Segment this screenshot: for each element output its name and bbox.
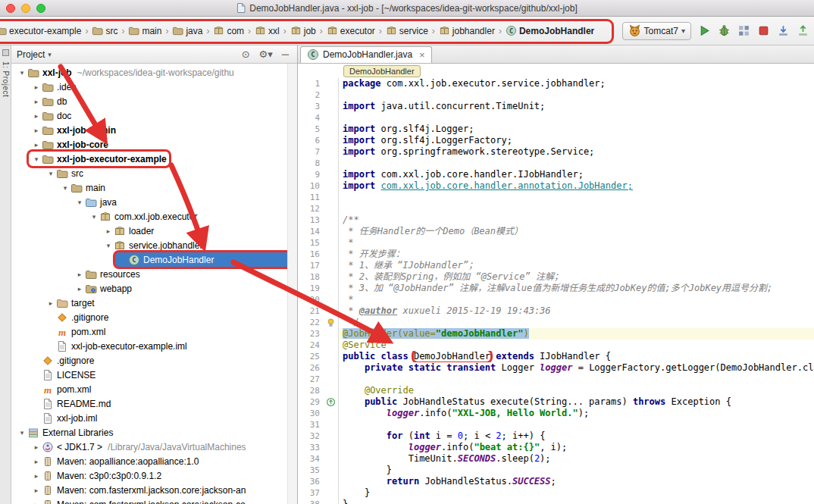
tree-item-maven-aopalliance-aopalliance-1.0[interactable]: ▸Maven: aopalliance:aopalliance:1.0 [11,454,297,468]
code-text[interactable]: @JobHander(value="demoJobHandler") [338,328,814,340]
breadcrumb-item-src[interactable]: src [91,23,118,38]
code-text[interactable]: * 1、继承 “IJobHandler”； [338,260,814,271]
tree-item-loader[interactable]: ▸loader [11,224,297,238]
collapse-arrow-icon[interactable]: ▾ [74,199,85,206]
tree-item-xxl-job.iml[interactable]: xxl-job.iml [11,411,297,425]
expand-arrow-icon[interactable]: ▸ [31,112,42,120]
code-text[interactable]: * 开发步骤： [338,249,814,260]
coverage-button[interactable] [737,24,750,37]
code-text[interactable]: } [338,499,814,504]
tree-item-main[interactable]: ▾main [11,180,297,195]
breadcrumb-item-com[interactable]: com [212,23,245,38]
code-text[interactable]: @Override [338,385,814,396]
collapse-arrow-icon[interactable]: ▾ [17,69,27,77]
expand-arrow-icon[interactable]: ▸ [31,443,42,451]
run-button[interactable] [698,24,711,37]
close-tab-icon[interactable]: × [419,50,425,60]
code-text[interactable]: logger.info("beat at:{}", i); [338,442,814,453]
tree-item-xxl-job-executor-example[interactable]: ▾xxl-job-executor-example [11,152,297,166]
expand-arrow-icon[interactable]: ▸ [45,299,56,307]
code-text[interactable]: TimeUnit.SECONDS.sleep(2); [338,453,814,465]
tree-item-demojobhandler[interactable]: CDemoJobHandler [11,252,297,267]
code-text[interactable]: import org.slf4j.Logger; [338,124,814,135]
tree-item-pom.xml[interactable]: mpom.xml [11,324,297,339]
breadcrumb-item-demojobhandler[interactable]: CDemoJobHandler [505,23,595,38]
collapse-arrow-icon[interactable]: ▾ [103,242,114,249]
code-text[interactable]: return JobHandleStatus.SUCCESS; [338,476,814,487]
collapse-arrow-icon[interactable]: ▾ [89,213,99,221]
code-text[interactable]: private static transient Logger logger =… [338,362,814,374]
code-text[interactable]: import java.util.concurrent.TimeUnit; [338,101,814,112]
breadcrumb-item-executor[interactable]: executor [326,23,376,38]
tree-item-service.jobhandler[interactable]: ▾service.jobhandler [11,238,297,252]
tree-item-license[interactable]: LICENSE [11,368,297,382]
tree-item-maven-com.fasterxml.jackson.core-jackson-an[interactable]: ▸Maven: com.fasterxml.jackson.core:jacks… [11,483,297,497]
vcs-commit-button[interactable] [797,24,809,37]
tree-item-xxl-job-executor-example.iml[interactable]: xxl-job-executor-example.iml [11,339,297,353]
zoom-window-button[interactable] [36,4,45,13]
code-text[interactable] [338,112,814,124]
tree-item-xxl-job-admin[interactable]: ▸xxl-job-admin [11,123,297,137]
code-text[interactable]: */ [338,317,814,328]
code-text[interactable] [338,374,814,385]
breadcrumb-item-job[interactable]: job [290,23,317,38]
expand-arrow-icon[interactable]: ▸ [31,458,42,465]
breadcrumb-item-java[interactable]: java [171,23,203,38]
tree-item-xxl-job[interactable]: ▾xxl-job~/workspaces/idea-git-workspace/… [11,65,297,80]
tree-item-.gitignore[interactable]: .gitignore [11,310,297,324]
debug-button[interactable] [718,24,731,37]
tree-item-com.xxl.job.executor[interactable]: ▾com.xxl.job.executor [11,209,297,224]
code-text[interactable]: } [338,487,814,499]
code-text[interactable] [338,419,814,430]
tree-item-readme.md[interactable]: README.md [11,396,297,411]
code-text[interactable]: import com.xxl.job.core.handler.IJobHand… [338,169,814,180]
code-text[interactable]: package com.xxl.job.executor.service.job… [338,78,814,89]
expand-arrow-icon[interactable]: ▸ [74,285,85,293]
breadcrumb-item-xxl[interactable]: xxl [254,23,280,38]
tree-item-target[interactable]: ▸target [11,296,297,310]
tree-item-resources[interactable]: ▸resources [11,267,297,281]
tree-item-jdk1.7[interactable]: ▸< JDK1.7 >/Library/Java/JavaVirtualMach… [11,440,297,454]
code-text[interactable]: * 3、加 “@JobHander” 注解，注解value值为新增任务生成的Jo… [338,283,814,294]
code-editor[interactable]: 1package com.xxl.job.executor.service.jo… [298,78,814,504]
expand-arrow-icon[interactable]: ▸ [103,227,114,235]
code-text[interactable]: public JobHandleStatus execute(String...… [338,396,814,408]
code-text[interactable]: import org.slf4j.LoggerFactory; [338,135,814,146]
tree-item-maven-com.fasterxml.jackson.core-jackson-co[interactable]: ▸Maven: com.fasterxml.jackson.core:jacks… [11,497,297,504]
expand-arrow-icon[interactable]: ▸ [31,487,42,494]
code-text[interactable]: for (int i = 0; i < 2; i++) { [338,430,814,442]
tree-item-.gitignore[interactable]: .gitignore [11,353,297,368]
collapse-arrow-icon[interactable]: ▾ [17,429,27,437]
breadcrumb-item-jobhandler[interactable]: jobhandler [438,23,496,38]
chevron-down-icon[interactable]: ▾ [48,51,52,58]
tree-item-doc[interactable]: ▸doc [11,108,297,123]
breadcrumb-item-service[interactable]: service [385,23,429,38]
tree-item-db[interactable]: ▸db [11,94,297,108]
bulb-gutter-icon[interactable] [325,317,338,328]
project-scrollbar[interactable] [287,64,297,504]
run-config-selector[interactable]: Tomcat7 ▾ [622,22,691,40]
expand-arrow-icon[interactable]: ▸ [31,98,42,105]
code-text[interactable]: import org.springframework.stereotype.Se… [338,146,814,158]
tree-item-external-libraries[interactable]: ▾External Libraries [11,425,297,440]
close-window-button[interactable] [6,4,15,13]
project-tool-button[interactable]: 1: Project [2,61,10,97]
expand-arrow-icon[interactable]: ▸ [31,83,42,91]
tree-item-webapp[interactable]: ▸webapp [11,281,297,296]
locate-icon[interactable]: ⊙ [239,49,253,59]
tree-item-java[interactable]: ▾java [11,195,297,209]
tree-item-xxl-job-core[interactable]: ▸xxl-job-core [11,137,297,152]
code-text[interactable] [338,192,814,203]
editor-tab-demojobhandler[interactable]: C DemoJobHandler.java × [300,46,432,63]
collapse-arrow-icon[interactable]: ▾ [60,184,70,192]
code-text[interactable] [338,203,814,214]
code-text[interactable]: @Service [338,340,814,351]
expand-arrow-icon[interactable]: ▸ [74,271,85,278]
code-text[interactable] [338,158,814,169]
tree-item-src[interactable]: ▾src [11,166,297,180]
settings-gear-icon[interactable]: ⚙▾ [256,49,276,59]
stop-button[interactable] [757,24,770,37]
tree-item-maven-c3p0-c3p0-0.9.1.2[interactable]: ▸Maven: c3p0:c3p0:0.9.1.2 [11,468,297,483]
expand-arrow-icon[interactable]: ▸ [31,501,42,504]
code-text[interactable]: * [338,237,814,249]
